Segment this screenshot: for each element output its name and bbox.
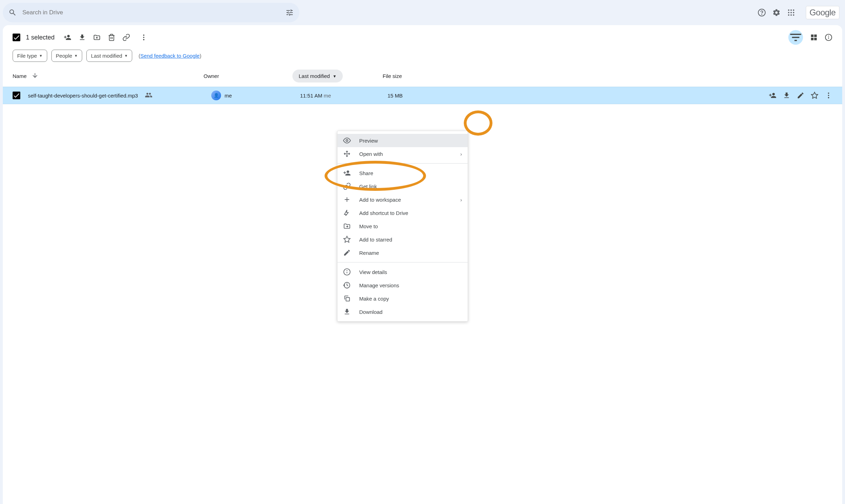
- column-owner[interactable]: Owner: [204, 73, 287, 79]
- menu-label: Add shortcut to Drive: [359, 210, 408, 216]
- row-checkbox[interactable]: [13, 92, 20, 99]
- row-star-icon[interactable]: [811, 92, 818, 99]
- filter-chips: File type ▼ People ▼ Last modified ▼ (Se…: [3, 50, 842, 65]
- row-more-icon[interactable]: [825, 92, 832, 99]
- svg-point-8: [788, 14, 789, 16]
- menu-share[interactable]: Share: [338, 166, 468, 180]
- menu-add-shortcut[interactable]: Add shortcut to Drive: [338, 206, 468, 219]
- row-share-icon[interactable]: [769, 92, 776, 99]
- svg-marker-22: [344, 236, 350, 242]
- menu-rename[interactable]: Rename: [338, 246, 468, 259]
- menu-view-details[interactable]: View details: [338, 265, 468, 279]
- menu-add-starred[interactable]: Add to starred: [338, 233, 468, 246]
- svg-point-2: [788, 9, 789, 11]
- filter-list-icon[interactable]: [788, 30, 803, 45]
- move-icon[interactable]: [93, 34, 101, 41]
- download-icon: [343, 308, 351, 316]
- drive-shortcut-icon: [343, 209, 351, 217]
- history-icon: [343, 281, 351, 289]
- menu-label: Download: [359, 309, 383, 315]
- menu-get-link[interactable]: Get link: [338, 180, 468, 193]
- folder-move-icon: [343, 222, 351, 230]
- menu-label: Add to starred: [359, 237, 392, 243]
- menu-add-workspace[interactable]: Add to workspace ›: [338, 193, 468, 206]
- select-all-checkbox[interactable]: [13, 34, 20, 41]
- svg-point-25: [347, 271, 347, 271]
- filter-last-modified[interactable]: Last modified ▼: [86, 50, 132, 62]
- apps-icon[interactable]: [787, 8, 795, 17]
- top-bar: Google: [0, 0, 845, 25]
- menu-label: Open with: [359, 151, 383, 157]
- settings-icon[interactable]: [772, 8, 781, 17]
- chevron-right-icon: ›: [460, 197, 462, 203]
- selection-count: 1 selected: [26, 34, 55, 41]
- row-rename-icon[interactable]: [797, 92, 804, 99]
- context-menu: Preview Open with › Share Get link Add t…: [337, 131, 468, 322]
- svg-point-21: [346, 139, 348, 142]
- google-logo: Google: [806, 6, 839, 19]
- link-icon: [343, 182, 351, 190]
- chevron-down-icon: ▼: [74, 54, 78, 58]
- svg-point-18: [828, 93, 829, 94]
- info-icon[interactable]: [825, 34, 832, 41]
- menu-manage-versions[interactable]: Manage versions: [338, 279, 468, 292]
- menu-move-to[interactable]: Move to: [338, 219, 468, 233]
- row-actions: [769, 92, 832, 99]
- svg-point-16: [829, 36, 829, 36]
- svg-point-13: [143, 39, 144, 41]
- row-owner: 👤 me: [211, 91, 294, 100]
- row-size: 15 MB: [388, 93, 426, 99]
- eye-icon: [343, 137, 351, 144]
- help-icon[interactable]: [758, 8, 766, 17]
- menu-label: View details: [359, 269, 387, 275]
- star-icon: [343, 236, 351, 243]
- svg-point-10: [793, 14, 794, 16]
- selection-toolbar: 1 selected: [3, 25, 842, 50]
- filter-people[interactable]: People ▼: [51, 50, 83, 62]
- menu-download[interactable]: Download: [338, 305, 468, 318]
- chevron-down-icon: ▼: [39, 54, 43, 58]
- tune-icon[interactable]: [285, 8, 294, 17]
- link-icon[interactable]: [122, 34, 130, 41]
- trash-icon[interactable]: [108, 34, 115, 41]
- table-header: Name Owner Last modified ▼ File size: [3, 65, 842, 87]
- sort-arrow-icon: [31, 72, 38, 80]
- svg-marker-17: [811, 92, 818, 98]
- menu-label: Manage versions: [359, 282, 399, 288]
- row-download-icon[interactable]: [783, 92, 790, 99]
- share-person-icon: [343, 169, 351, 177]
- chip-label: File type: [17, 53, 37, 59]
- filter-file-type[interactable]: File type ▼: [13, 50, 47, 62]
- top-right-controls: Google: [758, 6, 839, 19]
- search-icon: [8, 8, 17, 17]
- menu-label: Share: [359, 170, 373, 176]
- menu-divider: [338, 262, 468, 262]
- grid-view-icon[interactable]: [810, 34, 818, 41]
- search-input[interactable]: [17, 9, 285, 16]
- menu-label: Make a copy: [359, 296, 389, 302]
- menu-divider: [338, 163, 468, 164]
- column-name[interactable]: Name: [13, 72, 198, 80]
- menu-preview[interactable]: Preview: [338, 134, 468, 147]
- menu-label: Preview: [359, 138, 378, 144]
- svg-point-19: [828, 95, 829, 96]
- rename-icon: [343, 249, 351, 257]
- svg-point-11: [143, 35, 144, 36]
- table-row[interactable]: self-taught-developers-should-get-certif…: [3, 87, 842, 104]
- row-name: self-taught-developers-should-get-certif…: [28, 91, 206, 100]
- search-bar[interactable]: [3, 3, 299, 22]
- row-modified: 11:51 AMme: [300, 93, 382, 99]
- column-size[interactable]: File size: [383, 73, 832, 79]
- more-icon[interactable]: [140, 34, 148, 41]
- column-modified[interactable]: Last modified ▼: [292, 70, 377, 82]
- info-icon: [343, 268, 351, 276]
- svg-point-4: [793, 9, 794, 11]
- menu-open-with[interactable]: Open with ›: [338, 147, 468, 160]
- menu-make-copy[interactable]: Make a copy: [338, 292, 468, 305]
- download-icon[interactable]: [78, 34, 86, 41]
- feedback-link[interactable]: Send feedback to Google: [140, 53, 199, 59]
- chevron-down-icon: ▼: [124, 54, 128, 58]
- share-icon[interactable]: [64, 34, 71, 41]
- copy-icon: [343, 295, 351, 302]
- feedback-text: (Send feedback to Google): [139, 53, 201, 59]
